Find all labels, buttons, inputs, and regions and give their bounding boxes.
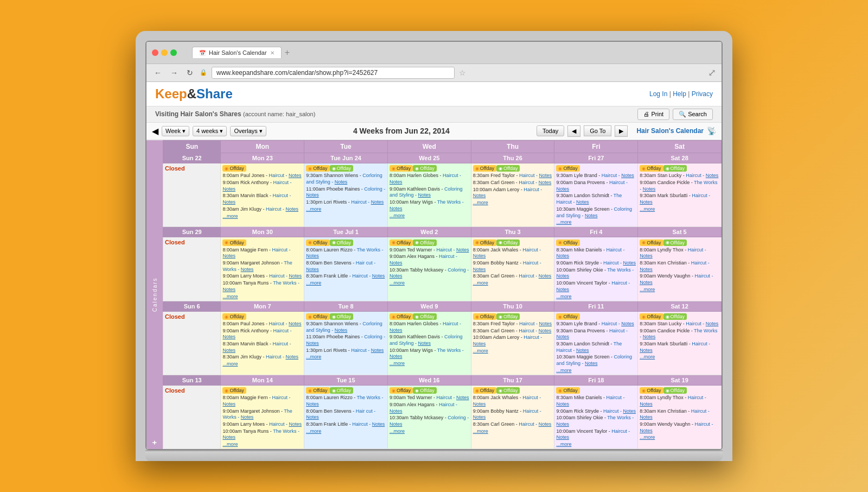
calendar-event[interactable]: 8:00am Ben Stevens - Hair cut - Notes: [306, 260, 386, 273]
tab-close-btn[interactable]: ✕: [270, 50, 275, 56]
calendar-event[interactable]: ◉ Offday: [496, 165, 520, 172]
calendar-event[interactable]: ...more: [306, 206, 386, 212]
cell-sat-19[interactable]: ◉ Offday◉ Offday8:00am Lyndly Thox - Hai…: [638, 385, 722, 449]
calendar-event[interactable]: 9:30am Mark Sburlatti - Haircut - Notes: [640, 193, 719, 205]
calendar-event[interactable]: ◉ Offday: [306, 313, 329, 320]
calendar-event[interactable]: ◉ Offday: [473, 165, 496, 172]
cell-mon-30[interactable]: ◉ Offday8:00am Maggie Fern - Haircut - N…: [221, 237, 304, 301]
calendar-event[interactable]: ◉ Offday: [556, 313, 579, 320]
calendar-event[interactable]: 9:00am Larry Moes - Haircut - Notes: [222, 273, 302, 280]
calendar-event[interactable]: 8:00am Ben Stevens - Hair cut - Notes: [306, 408, 386, 421]
calendar-event[interactable]: 8:00am Paul Jones - Haircut - Notes: [222, 173, 302, 179]
calendar-event[interactable]: 8:00am Harlen Globes - Haircut - Notes: [390, 321, 469, 333]
calendar-event[interactable]: 9:00am Rick Stryde - Haircut - Notes: [556, 408, 636, 415]
new-tab-btn[interactable]: +: [285, 48, 290, 58]
calendar-event[interactable]: ◉ Offday: [330, 387, 353, 394]
cell-sun-6[interactable]: Closed: [163, 311, 221, 375]
calendar-event[interactable]: 9:00am Candice Pickle - The Works - Note…: [640, 180, 719, 192]
calendar-event[interactable]: 9:00am Rick Anthony - Haircut - Notes: [222, 328, 302, 340]
calendar-event[interactable]: ...more: [306, 280, 386, 286]
calendar-event[interactable]: 8:00am Lauren Rizzo - The Works - Notes: [306, 247, 386, 260]
calendar-event[interactable]: ...more: [306, 428, 386, 434]
calendar-event[interactable]: ...more: [390, 213, 469, 218]
calendar-event[interactable]: 8:30am Marvin Black - Haircut - Notes: [222, 341, 302, 354]
cell-mon-7[interactable]: ◉ Offday8:00am Paul Jones - Haircut - No…: [221, 311, 304, 375]
calendar-event[interactable]: 9:00am Rick Anthony - Haircut - Notes: [222, 180, 302, 192]
calendar-event[interactable]: 8:30am Carl Green - Haircut - Notes: [473, 273, 553, 280]
help-link[interactable]: Help: [673, 90, 686, 98]
calendar-event[interactable]: ...more: [390, 280, 469, 286]
calendar-event[interactable]: ◉ Offday: [663, 165, 687, 172]
weeks-dropdown[interactable]: 4 weeks ▾: [193, 126, 227, 136]
calendar-event[interactable]: 8:30am Frank Little - Haircut - Notes: [306, 273, 386, 280]
calendar-event[interactable]: 9:00am Bobby Nantz - Haircut - Notes: [473, 408, 553, 421]
calendar-event[interactable]: 8:30am Marvin Black - Haircut - Notes: [222, 193, 302, 205]
cell-thu-10[interactable]: ◉ Offday◉ Offday8:30am Fred Taylor - Hai…: [471, 311, 554, 375]
address-bar[interactable]: www.keepandshare.com/calendar/show.php?i…: [212, 67, 455, 79]
calendar-event[interactable]: ◉ Offday: [663, 313, 687, 320]
cal-nav-icon[interactable]: ◀: [152, 126, 158, 136]
calendar-event[interactable]: ◉ Offday: [306, 165, 329, 172]
minimize-window-btn[interactable]: [161, 49, 168, 56]
calendar-event[interactable]: 9:00am Margaret Johnson - The Works - No…: [222, 260, 302, 273]
calendar-event[interactable]: 10:00am Adam Leroy - Haircut - Notes: [473, 335, 553, 347]
calendar-event[interactable]: 9:30am Lyle Brand - Haircut - Notes: [556, 321, 636, 327]
calendar-event[interactable]: ◉ Offday: [640, 165, 663, 172]
calendar-event[interactable]: 10:30am Tabby Mckasey - Coloring - Notes: [390, 267, 469, 280]
calendar-event[interactable]: 9:00am Kathleen Davis - Coloring and Sty…: [390, 186, 469, 199]
calendar-event[interactable]: ...more: [473, 348, 553, 354]
forward-btn[interactable]: →: [168, 67, 180, 78]
calendar-event[interactable]: 9:00am Wendy Vaughn - Haircut - Notes: [640, 421, 719, 434]
calendar-event[interactable]: ◉ Offday: [222, 313, 246, 320]
cell-tue-1[interactable]: ◉ Offday◉ Offday8:00am Lauren Rizzo - Th…: [304, 237, 388, 301]
privacy-link[interactable]: Privacy: [692, 90, 713, 98]
goto-btn[interactable]: Go To: [584, 125, 611, 136]
calendar-event[interactable]: ◉ Offday: [556, 387, 579, 394]
cell-fri-11[interactable]: ◉ Offday9:30am Lyle Brand - Haircut - No…: [554, 311, 638, 375]
calendar-event[interactable]: 9:30am Shannon Wiens - Corloring and Sty…: [306, 321, 386, 333]
cell-tue-15[interactable]: ◉ Offday◉ Offday8:00am Lauren Rizzo - Th…: [304, 385, 388, 449]
calendar-event[interactable]: ◉ Offday: [496, 387, 520, 394]
bookmark-icon[interactable]: ☆: [459, 68, 466, 77]
calendar-event[interactable]: 10:00am Tanya Runs - The Works - Notes: [222, 428, 302, 441]
calendar-event[interactable]: ...more: [222, 294, 302, 299]
today-btn[interactable]: Today: [537, 125, 564, 136]
calendar-event[interactable]: ◉ Offday: [663, 239, 687, 246]
calendar-event[interactable]: 9:00am Alex Hagans - Haircut - Notes: [390, 254, 469, 266]
calendar-event[interactable]: 9:30am Landon Schmidt - The Haircut - No…: [556, 341, 636, 354]
calendar-event[interactable]: 10:00am Mary Wigs - The Works - Notes: [390, 199, 469, 212]
cell-sat-28[interactable]: ◉ Offday◉ Offday8:30am Stan Lucky - Hair…: [638, 163, 722, 226]
calendar-event[interactable]: ◉ Offday: [663, 387, 687, 394]
calendar-event[interactable]: ◉ Offday: [306, 239, 329, 246]
calendar-event[interactable]: ...more: [556, 368, 636, 373]
calendar-event[interactable]: 8:00am Harlen Globes - Haircut - Notes: [390, 173, 469, 185]
calendar-event[interactable]: ◉ Offday: [330, 239, 353, 246]
calendar-event[interactable]: ◉ Offday: [640, 313, 663, 320]
cell-mon-14[interactable]: ◉ Offday8:00am Maggie Fern - Haircut - N…: [221, 385, 304, 449]
calendar-event[interactable]: ◉ Offday: [640, 387, 663, 394]
calendar-event[interactable]: ◉ Offday: [330, 313, 353, 320]
calendar-event[interactable]: ◉ Offday: [413, 165, 436, 172]
calendar-event[interactable]: 8:00am Maggie Fern - Haircut - Notes: [222, 247, 302, 260]
calendar-event[interactable]: ...more: [473, 428, 553, 434]
calendar-event[interactable]: 10:00am Mary Wigs - The Works - Notes: [390, 348, 469, 360]
calendar-event[interactable]: 8:30am Mike Daniels - Haircut - Notes: [556, 247, 636, 260]
cell-wed-25[interactable]: ◉ Offday◉ Offday8:00am Harlen Globes - H…: [387, 163, 471, 226]
calendar-event[interactable]: 9:30am Lyle Brand - Haircut - Notes: [556, 173, 636, 179]
calendar-event[interactable]: ◉ Offday: [413, 387, 436, 394]
calendar-event[interactable]: 8:00am Lyndly Thox - Haircut - Notes: [640, 247, 719, 260]
calendar-event[interactable]: 9:00am Candice Pickle - The Works - Note…: [640, 328, 719, 340]
calendar-event[interactable]: ◉ Offday: [222, 165, 246, 172]
calendar-event[interactable]: 10:00am Shirley Okie - The Works - Notes: [556, 267, 636, 280]
calendar-event[interactable]: ◉ Offday: [330, 165, 353, 172]
calendar-event[interactable]: 8:30am Fred Taylor - Haircut - Notes: [473, 173, 553, 179]
calendar-event[interactable]: ...more: [473, 200, 553, 205]
cell-fri-18[interactable]: ◉ Offday8:30am Mike Daniels - Haircut - …: [554, 385, 638, 449]
calendar-event[interactable]: ◉ Offday: [413, 313, 436, 320]
week-dropdown[interactable]: Week ▾: [162, 126, 189, 136]
fullscreen-btn[interactable]: ⤢: [708, 67, 716, 79]
cell-wed-2[interactable]: ◉ Offday◉ Offday9:00am Ted Warner - Hair…: [387, 237, 471, 301]
maximize-window-btn[interactable]: [170, 49, 177, 56]
rss-icon[interactable]: 📡: [707, 127, 716, 135]
calendar-event[interactable]: 9:30am Landon Schmidt - The Haircut - No…: [556, 193, 636, 205]
